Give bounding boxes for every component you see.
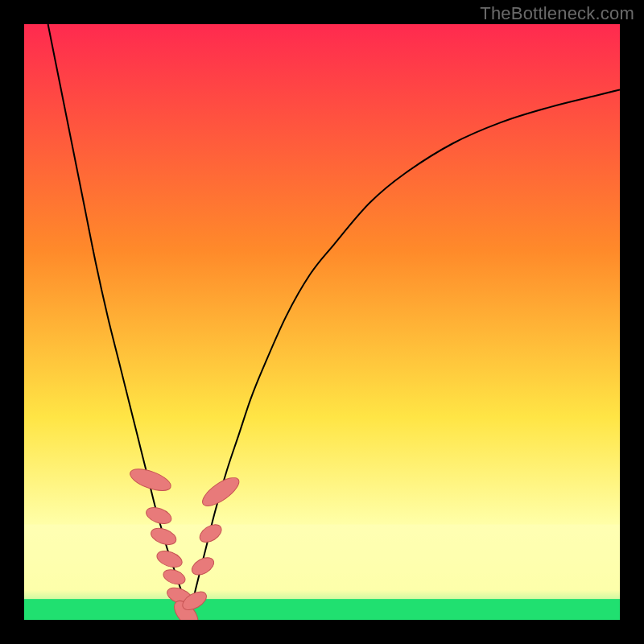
curve-marker: [155, 548, 184, 571]
outer-frame: TheBottleneck.com: [0, 0, 644, 644]
marker-group: [127, 464, 243, 620]
curve-marker: [161, 567, 187, 587]
curve-marker: [198, 473, 243, 511]
curve-right-branch: [188, 89, 620, 617]
curve-marker: [149, 525, 179, 547]
watermark-text: TheBottleneck.com: [480, 3, 634, 24]
curve-marker: [196, 521, 225, 546]
curve-marker: [144, 505, 174, 527]
curve-layer: [24, 24, 620, 620]
curve-left-branch: [48, 24, 188, 617]
plot-area: [24, 24, 620, 620]
